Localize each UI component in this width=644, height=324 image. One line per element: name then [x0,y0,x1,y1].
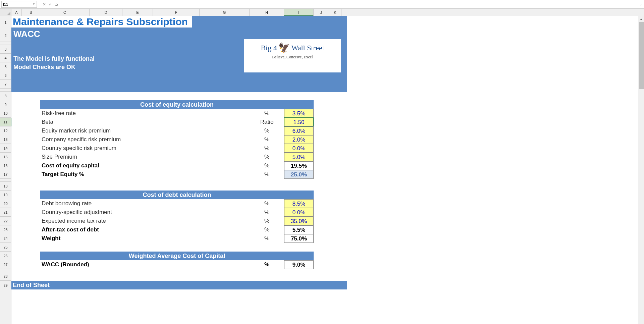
equity-unit-4[interactable]: % [250,144,284,153]
col-header-J[interactable]: J [314,9,329,16]
debt-value-0[interactable]: 8.5% [284,199,314,208]
row-header-13[interactable]: 13 [0,135,11,144]
equity-value-1[interactable]: 1.50 [284,118,314,126]
name-box-dropdown-icon[interactable]: ▼ [33,3,35,6]
col-header-K[interactable]: K [329,9,341,16]
debt-unit-1[interactable]: % [250,208,284,217]
row-header-4[interactable]: 4 [0,54,11,62]
equity-value-2[interactable]: 6.0% [284,126,314,135]
row-header-23[interactable]: 23 [0,225,11,234]
wacc-unit-0[interactable]: % [250,260,284,269]
equity-value-6[interactable]: 19.5% [284,161,314,170]
row-header-10[interactable]: 10 [0,109,11,118]
equity-value-3[interactable]: 2.0% [284,135,314,144]
debt-value-1[interactable]: 0.0% [284,208,314,217]
col-header-C[interactable]: C [40,9,90,16]
equity-value-0[interactable]: 3.5% [284,109,314,118]
row-header-16[interactable]: 16 [0,161,11,170]
debt-unit-4[interactable]: % [250,234,284,243]
equity-label-6[interactable]: Cost of equity capital [40,161,250,170]
col-header-H[interactable]: H [250,9,284,16]
row-header-9[interactable]: 9 [0,100,11,109]
row-header-29[interactable]: 29 [0,281,11,290]
row-header-26[interactable]: 26 [0,252,11,260]
row-header-25[interactable]: 25 [0,243,11,252]
equity-unit-1[interactable]: Ratio [250,118,284,126]
col-header-F[interactable]: F [153,9,200,16]
equity-value-4[interactable]: 0.0% [284,144,314,153]
row-header-tiny[interactable] [0,89,11,92]
select-all-corner[interactable] [0,9,11,16]
enter-icon[interactable]: ✓ [47,2,53,7]
col-header-D[interactable]: D [90,9,122,16]
formula-input[interactable] [60,1,627,8]
vertical-scrollbar[interactable]: ▲ ▼ [638,16,644,324]
equity-label-5[interactable]: Size Premium [40,153,250,161]
row-header-18[interactable]: 18 [0,182,11,191]
debt-label-4[interactable]: Weight [40,234,250,243]
row-header-27[interactable]: 27 [0,260,11,269]
debt-label-0[interactable]: Debt borrowing rate [40,199,250,208]
debt-value-2[interactable]: 35.0% [284,217,314,225]
equity-value-5[interactable]: 5.0% [284,153,314,161]
section-title-wacc: Weighted Average Cost of Capital [40,252,314,260]
equity-unit-7[interactable]: % [250,170,284,179]
col-header-G[interactable]: G [200,9,250,16]
equity-unit-0[interactable]: % [250,109,284,118]
equity-unit-3[interactable]: % [250,135,284,144]
scroll-thumb[interactable] [639,22,644,89]
formula-expand-icon[interactable]: ⌄ [637,2,644,6]
scroll-up-icon[interactable]: ▲ [638,16,644,22]
row-header-8[interactable]: 8 [0,92,11,100]
row-header-24[interactable]: 24 [0,234,11,243]
row-header-17[interactable]: 17 [0,170,11,179]
row-header-1[interactable]: 1 [0,16,11,29]
row-header-tiny[interactable] [0,179,11,182]
row-header-28[interactable]: 28 [0,272,11,281]
cells-area[interactable]: Maintenance & Repairs Subscription WACC … [11,16,638,324]
equity-value-7[interactable]: 25.0% [284,170,314,179]
col-header-B[interactable]: B [22,9,40,16]
row-header-20[interactable]: 20 [0,199,11,208]
row-header-22[interactable]: 22 [0,217,11,225]
cancel-icon[interactable]: ✕ [41,2,47,7]
debt-value-3[interactable]: 5.5% [284,225,314,234]
equity-unit-5[interactable]: % [250,153,284,161]
equity-label-2[interactable]: Equity market risk premium [40,126,250,135]
scroll-track[interactable] [638,22,644,324]
equity-label-4[interactable]: Country specific risk premium [40,144,250,153]
equity-unit-6[interactable]: % [250,161,284,170]
equity-label-0[interactable]: Risk-free rate [40,109,250,118]
row-header-6[interactable]: 6 [0,71,11,80]
name-box[interactable]: I11 ▼ [1,1,37,8]
fx-icon[interactable]: fx [55,2,58,6]
row-header-15[interactable]: 15 [0,153,11,161]
row-header-11[interactable]: 11 [0,118,11,126]
row-header-12[interactable]: 12 [0,126,11,135]
col-header-I[interactable]: I [284,9,314,16]
debt-label-3[interactable]: After-tax cost of debt [40,225,250,234]
wacc-label-0[interactable]: WACC (Rounded) [40,260,250,269]
row-header-21[interactable]: 21 [0,208,11,217]
equity-label-7[interactable]: Target Equity % [40,170,250,179]
debt-label-1[interactable]: Country-specific adjustment [40,208,250,217]
equity-label-3[interactable]: Company specific risk premium [40,135,250,144]
row-header-19[interactable]: 19 [0,191,11,199]
row-header-14[interactable]: 14 [0,144,11,153]
debt-unit-3[interactable]: % [250,225,284,234]
equity-label-1[interactable]: Beta [40,118,250,126]
row-header-tiny[interactable] [0,269,11,272]
row-header-7[interactable]: 7 [0,80,11,89]
row-header-tiny[interactable] [0,42,11,45]
debt-unit-0[interactable]: % [250,199,284,208]
row-header-3[interactable]: 3 [0,45,11,54]
row-header-5[interactable]: 5 [0,62,11,71]
wacc-value-0[interactable]: 9.0% [284,260,314,269]
col-header-A[interactable]: A [11,9,22,16]
equity-unit-2[interactable]: % [250,126,284,135]
debt-label-2[interactable]: Expected income tax rate [40,217,250,225]
row-header-2[interactable]: 2 [0,29,11,42]
col-header-E[interactable]: E [122,9,153,16]
debt-unit-2[interactable]: % [250,217,284,225]
debt-value-4[interactable]: 75.0% [284,234,314,243]
